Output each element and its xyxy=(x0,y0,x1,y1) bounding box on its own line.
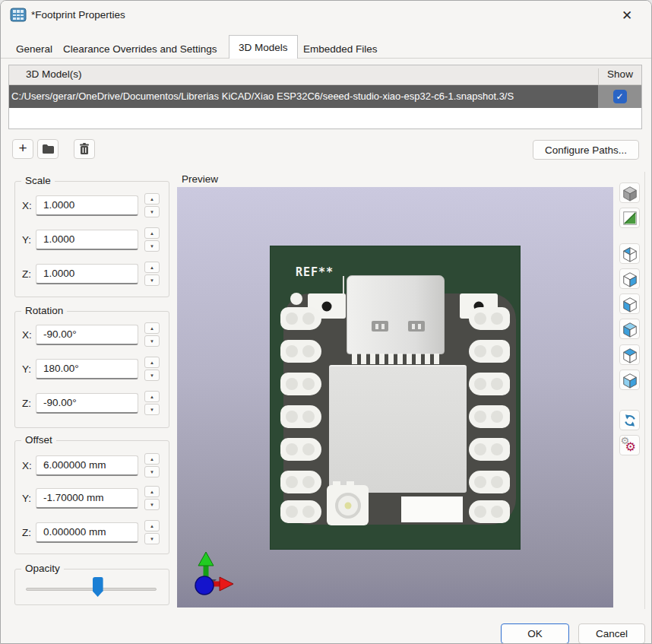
ok-button[interactable]: OK xyxy=(501,623,569,644)
offset-y-field[interactable]: -1.70000 mm xyxy=(36,488,138,509)
spin-up-button[interactable]: ▲ xyxy=(144,262,160,273)
spin-down-button[interactable]: ▼ xyxy=(144,533,160,544)
shield-chip xyxy=(329,365,467,493)
pad-right xyxy=(469,307,510,330)
spin-up-button[interactable]: ▲ xyxy=(144,193,160,205)
tab-clearance-overrides[interactable]: Clearance Overrides and Settings xyxy=(54,39,226,59)
model-path: C:/Users/gerar/OneDrive/Documentos/Libre… xyxy=(11,90,595,102)
table-row[interactable]: C:/Users/gerar/OneDrive/Documentos/Libre… xyxy=(9,85,641,108)
view-right-button[interactable] xyxy=(619,268,640,289)
scale-z-field[interactable]: 1.0000 xyxy=(36,264,138,284)
offset-y-stepper: ▲ ▼ xyxy=(144,486,160,512)
scale-z-stepper: ▲ ▼ xyxy=(144,262,160,287)
view-left-button[interactable] xyxy=(619,293,640,314)
spin-up-button[interactable]: ▲ xyxy=(144,322,160,334)
spin-down-button[interactable]: ▼ xyxy=(144,274,160,286)
usb-pad xyxy=(372,321,388,332)
spin-up-button[interactable]: ▲ xyxy=(144,453,160,465)
browse-folder-button[interactable] xyxy=(37,139,59,159)
view-axonometric-icon xyxy=(622,185,638,201)
delete-model-button[interactable] xyxy=(74,139,95,159)
view-axonometric-button[interactable] xyxy=(619,182,640,203)
tab-bar: General Clearance Overrides and Settings… xyxy=(1,35,651,59)
tab-3d-models[interactable]: 3D Models xyxy=(229,35,298,59)
spin-down-button[interactable]: ▼ xyxy=(144,370,160,381)
reload-model-button[interactable] xyxy=(619,410,640,430)
rotation-settings-button[interactable]: ⚙ ⚙ xyxy=(619,435,640,455)
cancel-button[interactable]: Cancel xyxy=(578,623,645,644)
spin-down-button[interactable]: ▼ xyxy=(144,404,160,415)
usb-legs xyxy=(352,354,440,364)
view-bottom-icon xyxy=(622,372,638,389)
spin-up-button[interactable]: ▲ xyxy=(144,227,160,239)
rotation-x-label: X: xyxy=(22,329,32,341)
tab-embedded-files[interactable]: Embedded Files xyxy=(294,39,387,59)
rotation-z-field[interactable]: -90.00° xyxy=(36,393,138,414)
bottom-component xyxy=(401,496,463,522)
footprint-properties-dialog: *Footprint Properties ✕ General Clearanc… xyxy=(0,0,652,644)
spin-up-button[interactable]: ▲ xyxy=(144,391,160,402)
spin-up-button[interactable]: ▲ xyxy=(144,520,160,531)
rotation-group-title: Rotation xyxy=(21,305,67,316)
pad-right xyxy=(469,405,510,428)
view-front-button[interactable] xyxy=(619,319,640,339)
pcb-board: REF** xyxy=(270,246,521,550)
scale-y-label: Y: xyxy=(22,234,31,246)
silkscreen-line xyxy=(343,276,344,293)
rotation-y-field[interactable]: 180.00° xyxy=(36,359,138,379)
scale-y-field[interactable]: 1.0000 xyxy=(36,230,138,250)
spin-down-button[interactable]: ▼ xyxy=(144,240,160,252)
title-bar: *Footprint Properties ✕ xyxy=(1,1,651,31)
pad-left xyxy=(280,373,321,395)
rotation-y-label: Y: xyxy=(22,363,31,375)
3d-models-table: 3D Model(s) Show C:/Users/gerar/OneDrive… xyxy=(8,65,642,129)
close-icon[interactable]: ✕ xyxy=(610,4,644,27)
spin-up-button[interactable]: ▲ xyxy=(144,486,160,497)
view-back-button[interactable] xyxy=(619,243,640,264)
spin-down-button[interactable]: ▼ xyxy=(144,335,160,347)
rotation-group: Rotation X: -90.00° ▲ ▼ Y: 180.00° ▲ ▼ Z… xyxy=(14,311,169,428)
pad-right xyxy=(469,373,510,395)
pad-left xyxy=(280,307,321,330)
rotation-y-stepper: ▲ ▼ xyxy=(144,357,160,382)
scale-x-field[interactable]: 1.0000 xyxy=(36,195,138,216)
pad-left xyxy=(280,438,321,461)
add-model-button[interactable]: + xyxy=(12,139,33,159)
scale-group: Scale X: 1.0000 ▲ ▼ Y: 1.0000 ▲ ▼ Z: 1.0… xyxy=(14,181,169,297)
offset-x-field[interactable]: 6.000000 mm xyxy=(36,455,138,476)
pad-left xyxy=(280,500,321,523)
pad-right xyxy=(469,471,510,493)
spin-down-button[interactable]: ▼ xyxy=(144,206,160,217)
view-right-icon xyxy=(622,271,638,287)
pad-right xyxy=(469,340,510,363)
scale-x-stepper: ▲ ▼ xyxy=(144,193,160,219)
board-body-icon xyxy=(622,210,638,227)
view-left-icon xyxy=(622,296,638,312)
spin-down-button[interactable]: ▼ xyxy=(144,499,160,510)
configure-paths-button[interactable]: Configure Paths... xyxy=(533,140,639,160)
pad-right xyxy=(469,438,510,461)
pad-left xyxy=(280,405,321,428)
scale-group-title: Scale xyxy=(21,175,55,186)
show-checkbox[interactable]: ✓ xyxy=(613,90,627,103)
view-front-icon xyxy=(622,321,638,338)
add-model-icon: + xyxy=(18,140,27,157)
rotation-settings-icon: ⚙ ⚙ xyxy=(621,436,639,455)
opacity-slider-thumb[interactable] xyxy=(93,577,103,597)
3d-preview-viewport[interactable]: REF** xyxy=(177,187,613,608)
rotation-z-label: Z: xyxy=(22,398,31,409)
view-bottom-button[interactable] xyxy=(619,370,640,390)
board-body-button[interactable] xyxy=(619,208,640,228)
pad-right xyxy=(469,500,510,523)
scale-y-stepper: ▲ ▼ xyxy=(144,227,160,253)
spin-up-button[interactable]: ▲ xyxy=(144,357,160,368)
offset-z-field[interactable]: 0.000000 mm xyxy=(36,522,138,543)
pad-left xyxy=(280,471,321,493)
rotation-x-field[interactable]: -90.00° xyxy=(36,325,138,345)
offset-z-stepper: ▲ ▼ xyxy=(144,520,160,546)
spin-down-button[interactable]: ▼ xyxy=(144,466,160,477)
offset-group-title: Offset xyxy=(21,434,56,446)
view-top-button[interactable] xyxy=(619,344,640,365)
offset-group: Offset X: 6.000000 mm ▲ ▼ Y: -1.70000 mm… xyxy=(14,440,169,554)
opacity-slider-track[interactable] xyxy=(26,588,157,591)
